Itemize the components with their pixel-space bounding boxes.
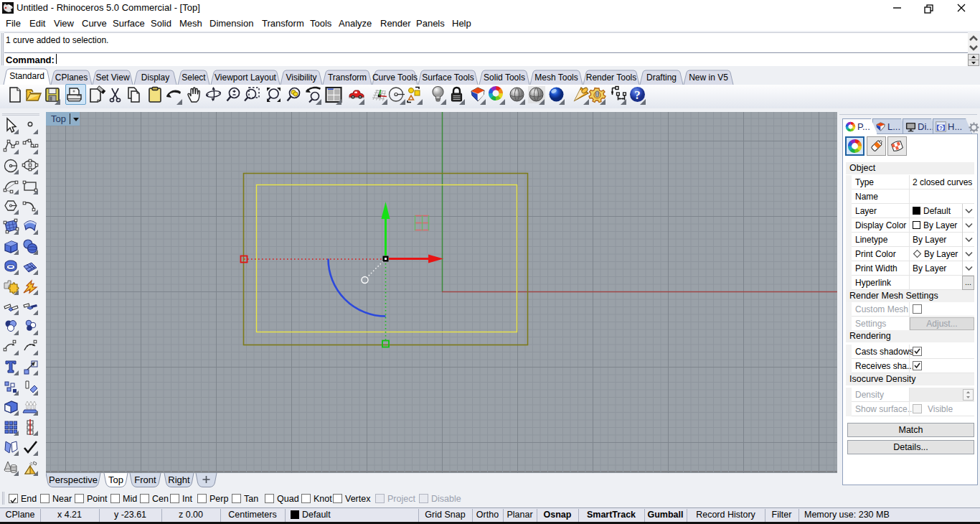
svg-text:Display: Display: [141, 72, 169, 83]
svg-text:Viewport Layout: Viewport Layout: [215, 72, 277, 83]
svg-text:Select: Select: [182, 72, 206, 83]
svg-text:Drafting: Drafting: [646, 72, 677, 83]
svg-text:Perspective: Perspective: [49, 474, 98, 485]
svg-text:Front: Front: [134, 474, 156, 485]
svg-text:Render Tools: Render Tools: [586, 72, 637, 83]
svg-text:Solid Tools: Solid Tools: [484, 72, 525, 83]
svg-text:Top: Top: [108, 474, 123, 485]
svg-text:Surface Tools: Surface Tools: [422, 72, 474, 83]
svg-text:Right: Right: [168, 474, 190, 485]
svg-text:Curve Tools: Curve Tools: [372, 72, 418, 83]
svg-text:New in V5: New in V5: [689, 72, 728, 83]
svg-text:Transform: Transform: [328, 72, 367, 83]
svg-text:CPlanes: CPlanes: [55, 72, 88, 83]
svg-text:Set View: Set View: [95, 72, 129, 83]
svg-text:Visibility: Visibility: [286, 72, 316, 83]
svg-text:?: ?: [939, 125, 943, 131]
svg-text:Standard: Standard: [9, 71, 44, 81]
svg-text:Mesh Tools: Mesh Tools: [534, 72, 578, 83]
